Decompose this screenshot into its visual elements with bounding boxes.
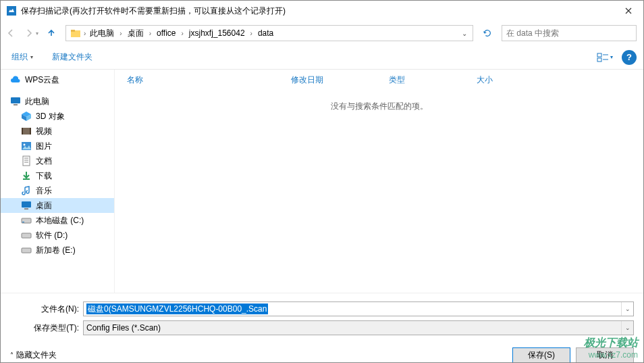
content-pane: 名称 修改日期 类型 大小 没有与搜索条件匹配的项。 bbox=[114, 70, 643, 293]
picture-icon bbox=[21, 141, 32, 151]
sidebar-item-documents[interactable]: 文档 bbox=[1, 153, 114, 168]
chevron-up-icon: ˄ bbox=[10, 352, 14, 359]
film-icon bbox=[21, 126, 32, 137]
close-button[interactable] bbox=[613, 1, 643, 21]
refresh-icon bbox=[483, 28, 492, 38]
view-mode-button[interactable]: ▾ bbox=[593, 49, 616, 66]
chevron-right-icon: › bbox=[119, 30, 122, 37]
bottom-panel: 文件名(N): 磁盘0(SAMSUNGMZVL2256HCHQ-00B00_.S… bbox=[1, 293, 643, 363]
sidebar-item-label: 3D 对象 bbox=[36, 111, 65, 122]
svg-rect-20 bbox=[24, 208, 28, 210]
sidebar-item-disk-d[interactable]: 软件 (D:) bbox=[1, 228, 114, 243]
sidebar-item-disk-c[interactable]: 本地磁盘 (C:) bbox=[1, 213, 114, 228]
sidebar-item-label: WPS云盘 bbox=[25, 74, 59, 86]
svg-rect-14 bbox=[23, 156, 30, 166]
filename-dropdown[interactable]: ⌄ bbox=[621, 302, 633, 316]
hide-folders-label: 隐藏文件夹 bbox=[16, 349, 57, 361]
action-row: ˄ 隐藏文件夹 保存(S) 取消 bbox=[10, 347, 634, 363]
help-label: ? bbox=[626, 52, 632, 62]
address-bar[interactable]: › 此电脑 › 桌面 › office › jxsjhxfj_156042 › … bbox=[65, 25, 473, 41]
new-folder-button[interactable]: 新建文件夹 bbox=[48, 49, 97, 66]
svg-rect-9 bbox=[22, 128, 31, 135]
help-button[interactable]: ? bbox=[622, 50, 637, 65]
app-icon bbox=[6, 5, 17, 16]
sidebar-item-label: 此电脑 bbox=[25, 96, 49, 107]
sidebar-item-3d[interactable]: 3D 对象 bbox=[1, 109, 114, 124]
sidebar-item-label: 下载 bbox=[36, 170, 52, 182]
filename-value: 磁盘0(SAMSUNGMZVL2256HCHQ-00B00_.Scan bbox=[86, 304, 268, 314]
cancel-button[interactable]: 取消 bbox=[576, 347, 634, 363]
crumb-office[interactable]: office bbox=[153, 27, 180, 39]
back-button[interactable] bbox=[1, 23, 21, 43]
sidebar-item-pictures[interactable]: 图片 bbox=[1, 139, 114, 153]
disk-icon bbox=[21, 230, 32, 241]
column-headers: 名称 修改日期 类型 大小 bbox=[115, 70, 643, 90]
svg-rect-3 bbox=[597, 53, 601, 57]
svg-rect-22 bbox=[22, 222, 24, 222]
filename-field[interactable]: 磁盘0(SAMSUNGMZVL2256HCHQ-00B00_.Scan ⌄ bbox=[83, 301, 634, 316]
disk-icon bbox=[21, 245, 32, 256]
music-icon bbox=[21, 185, 32, 196]
sidebar-item-downloads[interactable]: 下载 bbox=[1, 168, 114, 183]
sidebar-item-label: 音乐 bbox=[36, 185, 52, 197]
svg-rect-7 bbox=[11, 97, 20, 103]
chevron-right-icon: › bbox=[250, 30, 252, 37]
new-folder-label: 新建文件夹 bbox=[52, 51, 92, 63]
forward-button[interactable]: ▾ bbox=[21, 23, 41, 43]
column-size[interactable]: 大小 bbox=[477, 74, 531, 86]
cancel-label: 取消 bbox=[597, 349, 613, 361]
disk-icon bbox=[21, 215, 32, 226]
sidebar-item-label: 新加卷 (E:) bbox=[36, 245, 76, 256]
svg-rect-11 bbox=[30, 128, 31, 135]
up-button[interactable] bbox=[41, 23, 61, 43]
filename-row: 文件名(N): 磁盘0(SAMSUNGMZVL2256HCHQ-00B00_.S… bbox=[10, 301, 634, 316]
sidebar-item-label: 视频 bbox=[36, 126, 52, 137]
chevron-right-icon: › bbox=[149, 30, 151, 37]
column-name[interactable]: 名称 bbox=[127, 74, 291, 86]
crumb-folder[interactable]: jxsjhxfj_156042 bbox=[185, 27, 249, 39]
sidebar-item-disk-e[interactable]: 新加卷 (E:) bbox=[1, 243, 114, 258]
column-type[interactable]: 类型 bbox=[389, 74, 477, 86]
chevron-right-icon: › bbox=[182, 30, 184, 37]
arrow-right-icon bbox=[24, 28, 34, 39]
sidebar-item-label: 文档 bbox=[36, 155, 52, 167]
hide-folders-button[interactable]: ˄ 隐藏文件夹 bbox=[10, 349, 57, 361]
save-label: 保存(S) bbox=[528, 349, 555, 361]
chevron-down-icon: ▾ bbox=[36, 30, 38, 37]
address-dropdown[interactable]: ⌄ bbox=[458, 30, 471, 37]
filetype-value: Config Files (*.Scan) bbox=[84, 323, 621, 333]
sidebar-item-thispc[interactable]: 此电脑 bbox=[1, 94, 114, 109]
svg-rect-23 bbox=[22, 233, 31, 238]
chevron-down-icon: ▾ bbox=[610, 54, 613, 60]
sidebar: WPS云盘 此电脑 3D 对象 视频 图片 文档 下载 音乐 bbox=[1, 70, 114, 293]
crumb-data[interactable]: data bbox=[254, 27, 277, 39]
sidebar-item-videos[interactable]: 视频 bbox=[1, 124, 114, 139]
svg-rect-10 bbox=[22, 128, 23, 135]
arrow-left-icon bbox=[5, 28, 16, 39]
empty-message: 没有与搜索条件匹配的项。 bbox=[115, 101, 643, 112]
save-button[interactable]: 保存(S) bbox=[512, 347, 570, 363]
main-area: WPS云盘 此电脑 3D 对象 视频 图片 文档 下载 音乐 bbox=[1, 70, 643, 293]
sidebar-item-wps[interactable]: WPS云盘 bbox=[1, 72, 114, 87]
filetype-dropdown[interactable]: ⌄ bbox=[621, 321, 633, 335]
svg-rect-19 bbox=[22, 201, 31, 208]
close-icon bbox=[625, 7, 632, 14]
navigation-row: ▾ › 此电脑 › 桌面 › office › jxsjhxfj_156042 … bbox=[1, 21, 643, 45]
refresh-button[interactable] bbox=[476, 25, 499, 41]
sidebar-item-desktop[interactable]: 桌面 bbox=[1, 198, 114, 213]
svg-rect-24 bbox=[22, 248, 31, 253]
organize-label: 组织 bbox=[11, 51, 28, 63]
organize-button[interactable]: 组织 ▾ bbox=[7, 49, 37, 66]
cube-icon bbox=[21, 111, 32, 122]
column-date[interactable]: 修改日期 bbox=[291, 74, 389, 86]
chevron-down-icon: ▾ bbox=[30, 54, 33, 60]
filetype-field[interactable]: Config Files (*.Scan) ⌄ bbox=[83, 320, 634, 335]
monitor-icon bbox=[10, 96, 21, 107]
search-input[interactable]: 在 data 中搜索 bbox=[502, 25, 637, 41]
filename-label: 文件名(N): bbox=[10, 304, 83, 315]
breadcrumb: 此电脑 › 桌面 › office › jxsjhxfj_156042 › da… bbox=[86, 26, 458, 41]
crumb-thispc[interactable]: 此电脑 bbox=[86, 26, 118, 41]
sidebar-item-music[interactable]: 音乐 bbox=[1, 183, 114, 198]
cloud-icon bbox=[10, 74, 21, 85]
crumb-desktop[interactable]: 桌面 bbox=[124, 26, 148, 41]
